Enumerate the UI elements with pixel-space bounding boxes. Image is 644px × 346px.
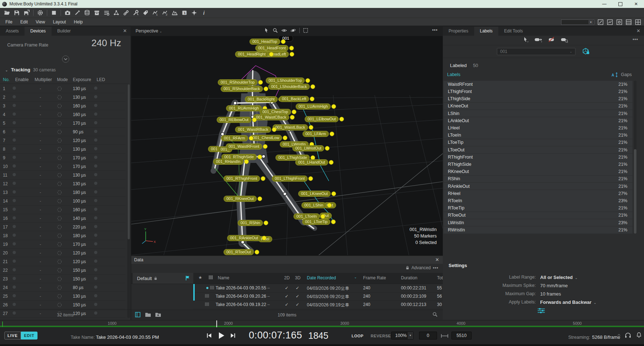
mode-icon[interactable] <box>57 190 73 195</box>
marker-dot[interactable] <box>331 191 336 196</box>
advanced-toggle[interactable]: Advanced ••• <box>406 265 438 270</box>
mode-icon[interactable] <box>57 207 73 212</box>
camera-row[interactable]: 16-140 µs <box>0 214 125 223</box>
labels-column-header[interactable]: Labels <box>447 72 460 77</box>
mode-icon[interactable] <box>57 95 73 100</box>
maximize-button[interactable] <box>612 0 628 8</box>
exposure-value[interactable]: 130 µs <box>73 173 97 178</box>
take-name[interactable]: Take 2026-04-03 09.20.55 – <box>216 285 270 290</box>
camera-row[interactable]: 3-160 µs <box>0 102 125 110</box>
col-multiplier[interactable]: Multiplier <box>35 77 57 82</box>
marker-label[interactable]: 001_LWristOut <box>292 145 330 151</box>
marker-label[interactable]: 001_RAnkleOut <box>227 235 266 241</box>
col-enable[interactable]: Enable <box>15 77 35 82</box>
marker-label[interactable]: 001_RToeOut <box>224 249 259 255</box>
marker-label[interactable]: 001_RElbowOut <box>217 117 257 123</box>
label-row[interactable]: RToeOut21% <box>444 212 632 219</box>
tab-assets[interactable]: Assets <box>0 27 25 36</box>
filter-sliders-icon[interactable] <box>537 308 545 314</box>
label-row[interactable]: LThighFront21% <box>444 88 632 95</box>
marker-dot[interactable] <box>269 52 274 57</box>
list-options-icon[interactable] <box>102 9 111 17</box>
marker-label[interactable]: 001_LShin <box>301 202 332 208</box>
take-row[interactable]: Take 2026-04-03 09.19.22 –✓✓04/03/2026 0… <box>193 301 443 309</box>
close-icon[interactable]: ✕ <box>636 28 640 33</box>
camera-row[interactable]: 2-130 µs <box>0 93 125 102</box>
label-row[interactable]: RThighSide21% <box>444 161 632 168</box>
data-panel-titlebar[interactable]: Data ✕ <box>131 256 443 264</box>
exposure-value[interactable]: 170 µs <box>73 155 97 160</box>
mode-icon[interactable] <box>57 216 73 221</box>
marker-label[interactable]: 001_LHandOut <box>295 159 334 165</box>
exposure-value[interactable]: 120 µs <box>73 259 97 264</box>
take-2d-check[interactable]: ✓ <box>285 294 288 299</box>
close-button[interactable]: ✕ <box>628 0 644 8</box>
camera-row[interactable]: 5-170 µs <box>0 119 125 128</box>
label-row[interactable]: RKneeOut21% <box>444 168 632 175</box>
exposure-value[interactable]: 160 µs <box>73 207 97 212</box>
col-exposure[interactable]: Exposure <box>73 77 97 82</box>
exposure-value[interactable]: 120 µs <box>73 250 97 256</box>
menu-edit[interactable]: Edit <box>16 19 32 25</box>
edit-mode-button[interactable]: EDIT <box>21 332 38 340</box>
marker-dot[interactable] <box>249 136 253 141</box>
marker-label[interactable]: 001_LFArm <box>303 131 334 137</box>
select-cursor-icon[interactable] <box>264 28 269 33</box>
tracking-section-header[interactable]: ⌄ Tracking 30 cameras <box>5 67 56 72</box>
marker-dot[interactable] <box>257 196 262 201</box>
peaks-icon[interactable] <box>170 9 180 17</box>
label-range-select[interactable]: All or Selected⌄ <box>540 275 578 280</box>
camera-icon[interactable] <box>63 9 72 17</box>
marker-dot[interactable] <box>261 176 265 181</box>
wand-icon[interactable] <box>72 9 82 17</box>
graph-2-icon[interactable]: 2 <box>160 9 170 17</box>
col-favorite-icon[interactable]: ★ <box>198 275 202 280</box>
gaps-column-header[interactable]: Gaps <box>621 72 632 77</box>
current-frame-display[interactable]: 1845 <box>308 331 328 341</box>
label-row[interactable]: LHeel21% <box>444 124 632 132</box>
take-row[interactable]: Take 2026-04-03 09.20.26 –✓✓04/03/2026 0… <box>193 292 443 301</box>
tab-builder[interactable]: Builder <box>52 27 76 36</box>
mode-icon[interactable] <box>57 173 73 178</box>
tab-edit-tools[interactable]: Edit Tools <box>498 27 529 36</box>
mode-icon[interactable] <box>57 225 73 230</box>
mode-icon[interactable] <box>57 199 73 204</box>
take-3d-check[interactable]: ✓ <box>296 302 299 307</box>
camera-row[interactable]: 1-130 µs <box>0 84 125 93</box>
take-name[interactable]: Take 2026-04-03 09.20.26 – <box>216 294 270 299</box>
marker-dot[interactable] <box>331 104 336 109</box>
take-row[interactable]: Take 2026-04-03 09.20.55 –✓✓04/03/2026 0… <box>193 284 443 293</box>
marker-dot[interactable] <box>330 132 334 136</box>
marker-label[interactable]: 001_LThighFront <box>272 176 313 182</box>
camera-row[interactable]: 4-160 µs <box>0 110 125 119</box>
camera-row[interactable]: 14-100 µs <box>0 197 125 205</box>
camera-row[interactable]: 11-130 µs <box>0 171 125 179</box>
exposure-value[interactable]: 180 µs <box>73 190 97 195</box>
mode-icon[interactable] <box>57 250 73 256</box>
label-row[interactable]: LShin21% <box>444 110 632 117</box>
camera-row[interactable]: 8-130 µs <box>0 145 125 154</box>
marker-label[interactable]: 001_HeadFront <box>255 45 294 51</box>
camera-row[interactable]: 24-80 µs <box>0 283 125 292</box>
marker-dot[interactable] <box>327 203 332 208</box>
select-cursor-icon[interactable] <box>523 37 529 43</box>
marker-dot[interactable] <box>258 80 263 85</box>
take-2d-check[interactable]: ✓ <box>285 285 288 290</box>
label-row[interactable]: LToeOut21% <box>444 146 632 154</box>
exposure-value[interactable]: 100 µs <box>73 199 97 204</box>
data-layers-icon[interactable] <box>82 9 92 17</box>
label-row[interactable]: WaistRFront21% <box>444 81 632 88</box>
chart-layout-icon[interactable] <box>606 19 614 25</box>
mode-icon[interactable] <box>57 112 73 117</box>
marker-dot[interactable] <box>272 127 277 132</box>
network-icon[interactable] <box>111 9 121 17</box>
marker-dot[interactable] <box>263 144 268 149</box>
marker-dot[interactable] <box>257 155 262 159</box>
marker-label[interactable]: 001_RShoulderBack <box>221 86 268 92</box>
tab-labels[interactable]: Labels <box>474 27 498 36</box>
marker-label[interactable]: 001_LToeTip <box>302 219 336 225</box>
exposure-value[interactable]: 130 µs <box>73 147 97 152</box>
layout-select[interactable]: ▾ <box>561 19 594 25</box>
marker-dot[interactable] <box>290 115 295 120</box>
link-icon[interactable] <box>121 9 131 17</box>
